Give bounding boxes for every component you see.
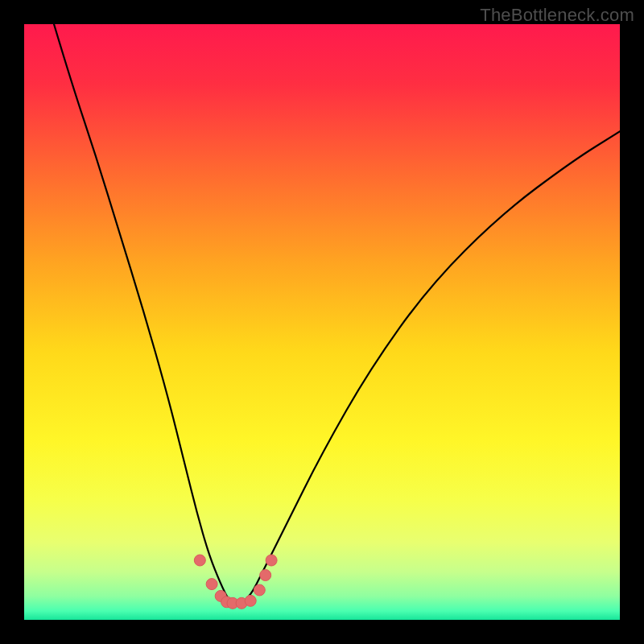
plot-area (24, 24, 620, 620)
watermark-text: TheBottleneck.com (480, 5, 634, 26)
gradient-background (24, 24, 620, 620)
svg-rect-0 (24, 24, 620, 620)
outer-frame: TheBottleneck.com (0, 0, 644, 644)
